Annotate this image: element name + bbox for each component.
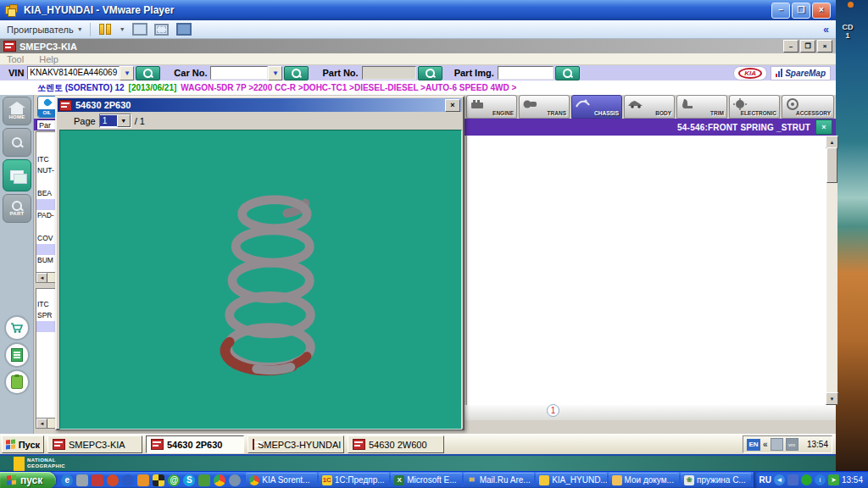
scroll-left-button[interactable]: ◄ [36,419,47,429]
blue-ball-icon[interactable] [122,474,134,486]
sidebar-part-search-button[interactable]: PART [3,194,31,223]
download-manager-icon[interactable] [107,474,119,486]
pause-vm-button[interactable] [97,23,113,36]
fullscreen-button[interactable] [154,23,170,36]
scrollbar-thumb[interactable] [826,147,837,183]
kia-brand-logo[interactable]: KIA [733,66,767,80]
network-tray-icon[interactable] [787,474,798,485]
horizontal-scrollbar[interactable]: ◄ [36,272,57,282]
app-titlebar[interactable]: SMEPC3-KIA – ❐ × [0,39,836,53]
tray-chevron-icon[interactable]: « [763,440,768,449]
list-item[interactable]: ITC [36,154,57,165]
page-select[interactable]: 1 ▼ [99,114,131,128]
sidebar-parts-catalog-button[interactable] [3,159,31,191]
tab-trans[interactable]: TRANS [519,95,570,119]
host-clock[interactable]: 13:54 [842,475,863,485]
minimize-button[interactable]: – [771,3,790,19]
vmware-pointer-tray-icon[interactable] [771,438,783,451]
sidebar-search-button[interactable] [3,128,31,157]
collapse-sidebar-chevron[interactable]: « [823,24,829,36]
maximize-button[interactable]: ❐ [792,3,810,19]
part-list-tab[interactable]: Par [36,119,57,130]
list-item[interactable]: SPR [36,310,57,321]
unity-mode-button[interactable] [176,23,192,36]
list-item[interactable]: ITC [36,299,57,310]
code-button[interactable] [4,342,30,368]
part-no-input[interactable] [362,66,416,80]
cart-button[interactable] [4,315,30,341]
car-no-search-button[interactable] [284,66,309,80]
list-item[interactable]: NUT- [36,165,57,176]
part-no-search-button[interactable] [418,66,442,80]
list-item[interactable]: BEA [36,188,57,199]
host-task-vmware[interactable]: KIA_HYUND... [536,473,606,487]
host-task-excel[interactable]: X Microsoft E... [391,473,461,487]
vin-input[interactable]: KNAKV8140EA446069 [27,66,120,80]
tab-electronic[interactable]: ELECTRONIC [729,95,780,119]
app-restore-button[interactable]: ❐ [800,40,815,53]
guest-start-button[interactable]: Пуск [2,435,44,453]
vmware-titlebar[interactable]: KIA_HYUNDAI - VMware Player – ❐ × [0,0,836,20]
pause-caret-icon[interactable]: ▼ [120,26,125,32]
sparemap-logo[interactable]: SpareMap [771,66,831,80]
page-indicator-badge[interactable]: 1 [547,404,559,417]
host-start-button[interactable]: пуск [0,472,56,488]
close-button[interactable]: × [812,3,831,19]
skype-icon[interactable]: S [183,474,195,486]
selected-row-highlight[interactable] [36,244,57,255]
page-dropdown-icon[interactable]: ▼ [117,114,131,127]
part-image-canvas[interactable] [59,130,462,430]
player-menu-button[interactable]: Проигрыватель ▼ [7,25,83,35]
popup-titlebar[interactable]: 54630 2P630 × [58,98,462,112]
globe-icon[interactable] [229,474,241,486]
sidebar-home-button[interactable]: HOME [3,97,31,125]
tab-trim[interactable]: TRIM [676,95,727,119]
agent-tray-icon[interactable] [801,474,812,485]
scroll-up-button[interactable]: ▲ [826,136,838,148]
part-img-search-button[interactable] [555,66,580,80]
part-img-input[interactable] [498,66,554,80]
car-no-dropdown-button[interactable]: ▼ [268,66,282,80]
scroll-left-button[interactable]: ◄ [36,273,47,283]
menu-tool[interactable]: Tool [7,54,24,64]
oil-button[interactable]: OIL [37,96,57,118]
tab-chassis[interactable]: CHASSIS [571,95,622,119]
section-action-button[interactable]: × [815,119,832,135]
guest-task-smepc3-kia[interactable]: SMEPC3-KIA [47,435,142,453]
app-close-button[interactable]: × [817,40,832,53]
tab-accessory[interactable]: ACCESSORY [782,95,834,119]
host-language-indicator[interactable]: RU [760,475,771,485]
vehicle-model[interactable]: 쏘렌토 (SORENTO) 12 [37,82,125,94]
checkered-app-icon[interactable] [153,474,164,486]
host-task-kia-sorento[interactable]: KIA Sorent... [246,473,316,487]
info-tray-icon[interactable]: i [815,474,826,485]
horizontal-scrollbar[interactable]: ◄ [36,418,57,428]
host-task-mailru[interactable]: ✉ Mail.Ru Are... [464,473,534,487]
chrome-icon[interactable] [214,474,225,486]
list-item[interactable]: PAD- [36,210,57,221]
desktop-cd-shortcut-label[interactable]: CD 1 [839,23,856,40]
selected-row-highlight[interactable] [36,199,57,210]
orange-folder-icon[interactable] [137,474,149,486]
internet-explorer-icon[interactable]: e [61,474,73,486]
green-app-icon[interactable] [198,474,210,486]
app-minimize-button[interactable]: – [783,40,798,53]
tab-engine[interactable]: ENGINE [466,95,517,119]
tab-body[interactable]: BODY [624,95,675,119]
guest-task-smepc3-hyundai[interactable]: SMEPC3-HYUNDAI [248,435,344,453]
vin-search-button[interactable] [136,66,160,80]
usb-eject-tray-icon[interactable]: ➤ [828,474,839,485]
host-task-my-documents[interactable]: Мои докум... [609,473,679,487]
guest-clock[interactable]: 13:54 [807,440,828,449]
popup-close-button[interactable]: × [445,99,460,112]
camera-icon[interactable] [76,474,88,486]
menu-help[interactable]: Help [39,54,58,64]
clipboard-button[interactable] [4,369,30,395]
mailru-agent-icon[interactable]: @ [168,474,180,486]
guest-task-54630-2p630[interactable]: 54630 2P630 [146,435,244,453]
scroll-down-button[interactable]: ▼ [826,392,838,405]
floppy-save-icon[interactable] [92,474,103,486]
list-item[interactable]: COV [36,233,57,244]
back-arrow-tray-icon[interactable]: ◄ [774,474,785,485]
host-task-spring-image[interactable]: ❀ пружина С... [681,473,751,487]
